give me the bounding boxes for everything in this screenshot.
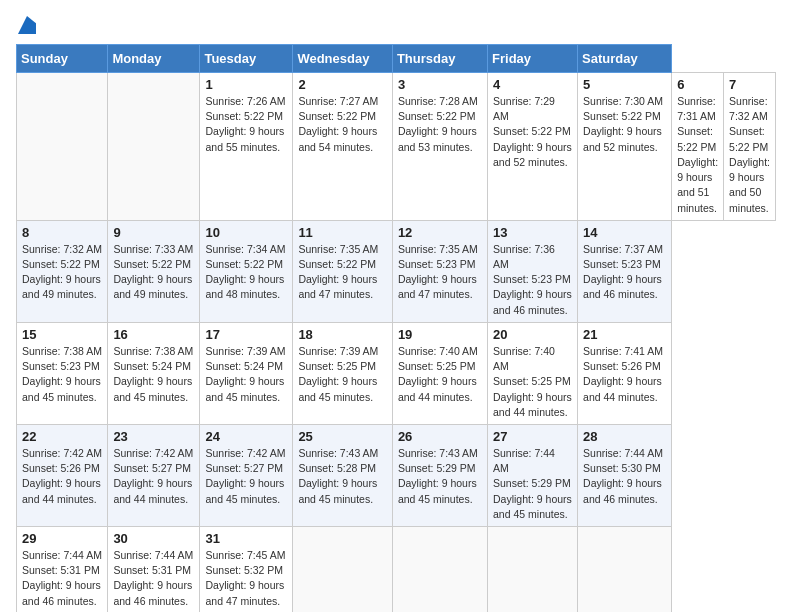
calendar-day-cell: 24 Sunrise: 7:42 AM Sunset: 5:27 PM Dayl… (200, 424, 293, 526)
day-info: Sunrise: 7:43 AM Sunset: 5:28 PM Dayligh… (298, 446, 387, 507)
day-info: Sunrise: 7:35 AM Sunset: 5:22 PM Dayligh… (298, 242, 387, 303)
day-number: 22 (22, 429, 102, 444)
calendar-day-cell: 30 Sunrise: 7:44 AM Sunset: 5:31 PM Dayl… (108, 527, 200, 612)
calendar-day-cell: 29 Sunrise: 7:44 AM Sunset: 5:31 PM Dayl… (17, 527, 108, 612)
day-info: Sunrise: 7:40 AM Sunset: 5:25 PM Dayligh… (493, 344, 572, 420)
day-number: 6 (677, 77, 718, 92)
day-number: 4 (493, 77, 572, 92)
calendar-day-cell: 7 Sunrise: 7:32 AM Sunset: 5:22 PM Dayli… (724, 73, 776, 221)
day-number: 13 (493, 225, 572, 240)
calendar-day-header: Thursday (392, 45, 487, 73)
day-number: 29 (22, 531, 102, 546)
day-info: Sunrise: 7:43 AM Sunset: 5:29 PM Dayligh… (398, 446, 482, 507)
calendar-day-cell: 8 Sunrise: 7:32 AM Sunset: 5:22 PM Dayli… (17, 220, 108, 322)
day-info: Sunrise: 7:30 AM Sunset: 5:22 PM Dayligh… (583, 94, 666, 155)
day-info: Sunrise: 7:36 AM Sunset: 5:23 PM Dayligh… (493, 242, 572, 318)
calendar-day-cell: 20 Sunrise: 7:40 AM Sunset: 5:25 PM Dayl… (488, 322, 578, 424)
calendar-day-cell: 28 Sunrise: 7:44 AM Sunset: 5:30 PM Dayl… (578, 424, 672, 526)
day-number: 8 (22, 225, 102, 240)
calendar-header-row: SundayMondayTuesdayWednesdayThursdayFrid… (17, 45, 776, 73)
calendar-day-cell: 22 Sunrise: 7:42 AM Sunset: 5:26 PM Dayl… (17, 424, 108, 526)
day-number: 7 (729, 77, 770, 92)
calendar-day-cell: 13 Sunrise: 7:36 AM Sunset: 5:23 PM Dayl… (488, 220, 578, 322)
calendar-day-cell: 2 Sunrise: 7:27 AM Sunset: 5:22 PM Dayli… (293, 73, 393, 221)
day-number: 25 (298, 429, 387, 444)
calendar-day-cell: 17 Sunrise: 7:39 AM Sunset: 5:24 PM Dayl… (200, 322, 293, 424)
day-info: Sunrise: 7:42 AM Sunset: 5:26 PM Dayligh… (22, 446, 102, 507)
calendar-day-cell (488, 527, 578, 612)
day-number: 17 (205, 327, 287, 342)
calendar-day-cell: 21 Sunrise: 7:41 AM Sunset: 5:26 PM Dayl… (578, 322, 672, 424)
day-info: Sunrise: 7:37 AM Sunset: 5:23 PM Dayligh… (583, 242, 666, 303)
calendar-day-cell: 11 Sunrise: 7:35 AM Sunset: 5:22 PM Dayl… (293, 220, 393, 322)
day-info: Sunrise: 7:31 AM Sunset: 5:22 PM Dayligh… (677, 94, 718, 216)
day-info: Sunrise: 7:41 AM Sunset: 5:26 PM Dayligh… (583, 344, 666, 405)
calendar-day-header: Friday (488, 45, 578, 73)
day-number: 10 (205, 225, 287, 240)
calendar-day-cell: 19 Sunrise: 7:40 AM Sunset: 5:25 PM Dayl… (392, 322, 487, 424)
day-info: Sunrise: 7:38 AM Sunset: 5:23 PM Dayligh… (22, 344, 102, 405)
day-info: Sunrise: 7:42 AM Sunset: 5:27 PM Dayligh… (205, 446, 287, 507)
logo (16, 16, 36, 34)
calendar-day-cell (578, 527, 672, 612)
calendar-day-cell: 5 Sunrise: 7:30 AM Sunset: 5:22 PM Dayli… (578, 73, 672, 221)
day-info: Sunrise: 7:40 AM Sunset: 5:25 PM Dayligh… (398, 344, 482, 405)
calendar-week-row: 15 Sunrise: 7:38 AM Sunset: 5:23 PM Dayl… (17, 322, 776, 424)
calendar-day-cell (392, 527, 487, 612)
day-number: 15 (22, 327, 102, 342)
calendar-day-cell: 10 Sunrise: 7:34 AM Sunset: 5:22 PM Dayl… (200, 220, 293, 322)
day-info: Sunrise: 7:35 AM Sunset: 5:23 PM Dayligh… (398, 242, 482, 303)
calendar-week-row: 1 Sunrise: 7:26 AM Sunset: 5:22 PM Dayli… (17, 73, 776, 221)
day-info: Sunrise: 7:39 AM Sunset: 5:25 PM Dayligh… (298, 344, 387, 405)
calendar-day-cell: 4 Sunrise: 7:29 AM Sunset: 5:22 PM Dayli… (488, 73, 578, 221)
day-number: 11 (298, 225, 387, 240)
day-info: Sunrise: 7:44 AM Sunset: 5:31 PM Dayligh… (22, 548, 102, 609)
day-info: Sunrise: 7:32 AM Sunset: 5:22 PM Dayligh… (729, 94, 770, 216)
calendar-day-cell: 26 Sunrise: 7:43 AM Sunset: 5:29 PM Dayl… (392, 424, 487, 526)
day-number: 26 (398, 429, 482, 444)
day-info: Sunrise: 7:33 AM Sunset: 5:22 PM Dayligh… (113, 242, 194, 303)
page-header (16, 16, 776, 34)
day-number: 18 (298, 327, 387, 342)
day-number: 1 (205, 77, 287, 92)
calendar-day-header: Saturday (578, 45, 672, 73)
day-info: Sunrise: 7:44 AM Sunset: 5:29 PM Dayligh… (493, 446, 572, 522)
day-number: 2 (298, 77, 387, 92)
calendar-day-header: Tuesday (200, 45, 293, 73)
calendar-day-cell: 25 Sunrise: 7:43 AM Sunset: 5:28 PM Dayl… (293, 424, 393, 526)
day-info: Sunrise: 7:32 AM Sunset: 5:22 PM Dayligh… (22, 242, 102, 303)
day-number: 16 (113, 327, 194, 342)
day-number: 5 (583, 77, 666, 92)
calendar-week-row: 8 Sunrise: 7:32 AM Sunset: 5:22 PM Dayli… (17, 220, 776, 322)
calendar-day-header: Monday (108, 45, 200, 73)
day-number: 30 (113, 531, 194, 546)
day-info: Sunrise: 7:26 AM Sunset: 5:22 PM Dayligh… (205, 94, 287, 155)
day-number: 9 (113, 225, 194, 240)
calendar-day-cell: 6 Sunrise: 7:31 AM Sunset: 5:22 PM Dayli… (672, 73, 724, 221)
calendar-day-cell: 15 Sunrise: 7:38 AM Sunset: 5:23 PM Dayl… (17, 322, 108, 424)
calendar-day-cell: 16 Sunrise: 7:38 AM Sunset: 5:24 PM Dayl… (108, 322, 200, 424)
day-info: Sunrise: 7:27 AM Sunset: 5:22 PM Dayligh… (298, 94, 387, 155)
day-info: Sunrise: 7:38 AM Sunset: 5:24 PM Dayligh… (113, 344, 194, 405)
day-info: Sunrise: 7:39 AM Sunset: 5:24 PM Dayligh… (205, 344, 287, 405)
day-info: Sunrise: 7:34 AM Sunset: 5:22 PM Dayligh… (205, 242, 287, 303)
day-number: 21 (583, 327, 666, 342)
day-number: 27 (493, 429, 572, 444)
day-number: 12 (398, 225, 482, 240)
day-info: Sunrise: 7:29 AM Sunset: 5:22 PM Dayligh… (493, 94, 572, 170)
calendar-body: 1 Sunrise: 7:26 AM Sunset: 5:22 PM Dayli… (17, 73, 776, 613)
calendar-day-cell (293, 527, 393, 612)
day-number: 24 (205, 429, 287, 444)
calendar-day-cell: 23 Sunrise: 7:42 AM Sunset: 5:27 PM Dayl… (108, 424, 200, 526)
calendar-week-row: 29 Sunrise: 7:44 AM Sunset: 5:31 PM Dayl… (17, 527, 776, 612)
calendar-day-cell: 31 Sunrise: 7:45 AM Sunset: 5:32 PM Dayl… (200, 527, 293, 612)
calendar-day-cell: 1 Sunrise: 7:26 AM Sunset: 5:22 PM Dayli… (200, 73, 293, 221)
day-info: Sunrise: 7:44 AM Sunset: 5:31 PM Dayligh… (113, 548, 194, 609)
day-number: 31 (205, 531, 287, 546)
calendar-day-cell: 9 Sunrise: 7:33 AM Sunset: 5:22 PM Dayli… (108, 220, 200, 322)
calendar-day-cell: 14 Sunrise: 7:37 AM Sunset: 5:23 PM Dayl… (578, 220, 672, 322)
calendar-day-cell: 18 Sunrise: 7:39 AM Sunset: 5:25 PM Dayl… (293, 322, 393, 424)
day-number: 3 (398, 77, 482, 92)
day-number: 14 (583, 225, 666, 240)
logo-icon (18, 16, 36, 34)
